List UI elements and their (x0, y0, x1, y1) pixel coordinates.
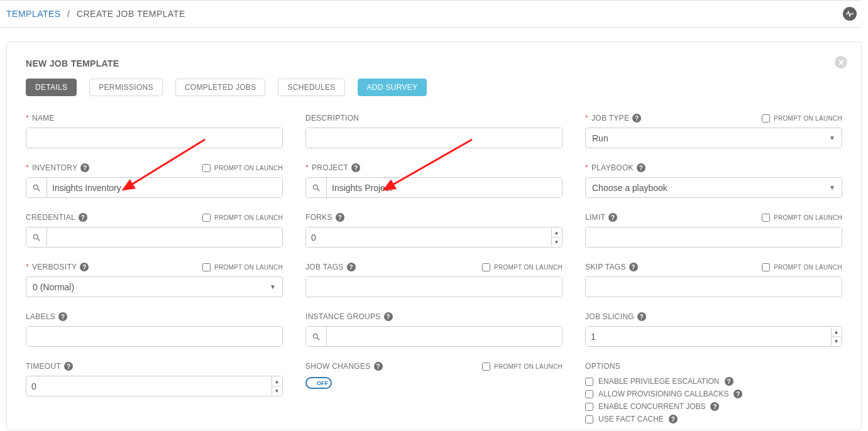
tab-add-survey[interactable]: ADD SURVEY (358, 79, 427, 96)
prompt-job-tags-checkbox[interactable] (482, 263, 490, 271)
skip-tags-input[interactable] (586, 277, 842, 297)
verbosity-value: 0 (Normal) (33, 282, 74, 292)
help-icon[interactable]: ? (374, 362, 383, 371)
prompt-credential[interactable]: PROMPT ON LAUNCH (202, 214, 283, 222)
help-icon[interactable]: ? (608, 213, 617, 222)
required-marker: * (26, 263, 29, 271)
help-icon[interactable]: ? (725, 377, 733, 386)
description-input[interactable] (306, 128, 562, 148)
prompt-inventory-checkbox[interactable] (202, 164, 211, 172)
prompt-skip-tags-checkbox[interactable] (762, 263, 770, 271)
prompt-show-changes[interactable]: PROMPT ON LAUNCH (482, 363, 563, 371)
prompt-skip-tags[interactable]: PROMPT ON LAUNCH (762, 263, 842, 271)
svg-point-0 (33, 185, 38, 189)
field-timeout: TIMEOUT? ▲ ▼ (26, 361, 283, 423)
spinner-down-icon[interactable]: ▼ (832, 337, 841, 346)
help-icon[interactable]: ? (384, 312, 393, 321)
labels-input[interactable] (26, 327, 282, 346)
option-label: ALLOW PROVISIONING CALLBACKS (598, 390, 728, 398)
prompt-label: PROMPT ON LAUNCH (214, 165, 283, 172)
label-credential: CREDENTIAL (26, 213, 75, 222)
limit-input[interactable] (586, 227, 842, 247)
project-input[interactable] (327, 178, 562, 197)
job-tags-input[interactable] (306, 277, 562, 297)
labels-input-wrapper (26, 326, 283, 347)
tab-schedules[interactable]: SCHEDULES (278, 79, 344, 96)
timeout-input[interactable] (26, 376, 282, 396)
name-input[interactable] (26, 128, 282, 148)
help-icon[interactable]: ? (79, 213, 87, 222)
help-icon[interactable]: ? (58, 312, 67, 321)
spinner-up-icon[interactable]: ▲ (552, 228, 561, 237)
inventory-search-button[interactable] (26, 178, 47, 197)
label-project: PROJECT (312, 163, 348, 172)
prompt-inventory[interactable]: PROMPT ON LAUNCH (202, 164, 283, 172)
spinner-down-icon[interactable]: ▼ (272, 386, 282, 395)
prompt-job-tags[interactable]: PROMPT ON LAUNCH (482, 263, 563, 271)
verbosity-select[interactable]: 0 (Normal) ▼ (26, 276, 283, 297)
help-icon[interactable]: ? (80, 263, 89, 271)
close-icon[interactable]: ✕ (835, 56, 847, 68)
description-input-wrapper (305, 128, 563, 148)
help-icon[interactable]: ? (710, 402, 719, 411)
spinner-down-icon[interactable]: ▼ (552, 237, 561, 246)
help-icon[interactable]: ? (733, 390, 742, 398)
help-icon[interactable]: ? (669, 415, 678, 423)
tab-permissions[interactable]: PERMISSIONS (89, 79, 163, 96)
prompt-verbosity[interactable]: PROMPT ON LAUNCH (202, 263, 283, 271)
help-icon[interactable]: ? (629, 263, 638, 271)
inventory-input[interactable] (47, 178, 282, 197)
prompt-credential-checkbox[interactable] (202, 214, 211, 222)
option-fact-cache-checkbox[interactable] (585, 415, 593, 423)
breadcrumb-templates-link[interactable]: TEMPLATES (6, 9, 61, 19)
option-concurrent[interactable]: ENABLE CONCURRENT JOBS? (585, 402, 842, 411)
credential-search-button[interactable] (26, 227, 47, 247)
tab-completed-jobs[interactable]: COMPLETED JOBS (175, 79, 266, 96)
breadcrumb-current: CREATE JOB TEMPLATE (77, 9, 185, 19)
field-credential: CREDENTIAL? PROMPT ON LAUNCH (26, 212, 283, 248)
project-search-button[interactable] (306, 178, 327, 197)
form-grid: *NAME DESCRIPTION *JOB TYPE? PROMPT ON L… (26, 112, 842, 423)
option-label: ENABLE PRIVILEGE ESCALATION (598, 377, 720, 386)
prompt-job-type-checkbox[interactable] (762, 114, 770, 123)
svg-point-6 (313, 334, 317, 338)
forks-input[interactable] (306, 227, 562, 247)
option-fact-cache[interactable]: USE FACT CACHE? (585, 415, 842, 423)
job-slicing-input[interactable] (586, 327, 842, 346)
help-icon[interactable]: ? (336, 213, 344, 222)
option-prov-callbacks[interactable]: ALLOW PROVISIONING CALLBACKS? (585, 390, 842, 398)
instance-groups-search-button[interactable] (306, 327, 327, 346)
help-icon[interactable]: ? (80, 163, 89, 172)
activity-stream-icon[interactable] (843, 7, 857, 21)
prompt-limit-checkbox[interactable] (762, 214, 770, 222)
field-limit: LIMIT? PROMPT ON LAUNCH (585, 212, 842, 248)
playbook-select[interactable]: Choose a playbook ▼ (585, 177, 842, 198)
prompt-show-changes-checkbox[interactable] (482, 363, 490, 371)
tab-details[interactable]: DETAILS (26, 79, 77, 96)
option-priv-escalation-checkbox[interactable] (585, 378, 593, 386)
option-prov-callbacks-checkbox[interactable] (585, 390, 593, 398)
instance-groups-input[interactable] (327, 327, 562, 346)
help-icon[interactable]: ? (64, 362, 73, 371)
help-icon[interactable]: ? (347, 263, 356, 271)
help-icon[interactable]: ? (351, 163, 360, 172)
label-labels: LABELS (26, 312, 55, 321)
option-concurrent-checkbox[interactable] (585, 403, 593, 411)
help-icon[interactable]: ? (637, 163, 646, 172)
option-priv-escalation[interactable]: ENABLE PRIVILEGE ESCALATION? (585, 377, 842, 386)
field-project: *PROJECT? (305, 162, 563, 198)
name-input-wrapper (26, 128, 283, 148)
prompt-verbosity-checkbox[interactable] (202, 263, 211, 271)
prompt-limit[interactable]: PROMPT ON LAUNCH (762, 214, 842, 222)
prompt-label: PROMPT ON LAUNCH (774, 214, 842, 221)
svg-point-4 (33, 234, 38, 239)
credential-input[interactable] (47, 227, 282, 247)
spinner-up-icon[interactable]: ▲ (832, 327, 841, 337)
prompt-job-type[interactable]: PROMPT ON LAUNCH (762, 114, 842, 123)
show-changes-toggle[interactable]: OFF (305, 377, 332, 389)
help-icon[interactable]: ? (632, 114, 641, 123)
job-type-select[interactable]: Run ▼ (585, 128, 842, 148)
spinner-up-icon[interactable]: ▲ (272, 377, 282, 386)
help-icon[interactable]: ? (637, 312, 646, 321)
required-marker: * (585, 114, 588, 123)
